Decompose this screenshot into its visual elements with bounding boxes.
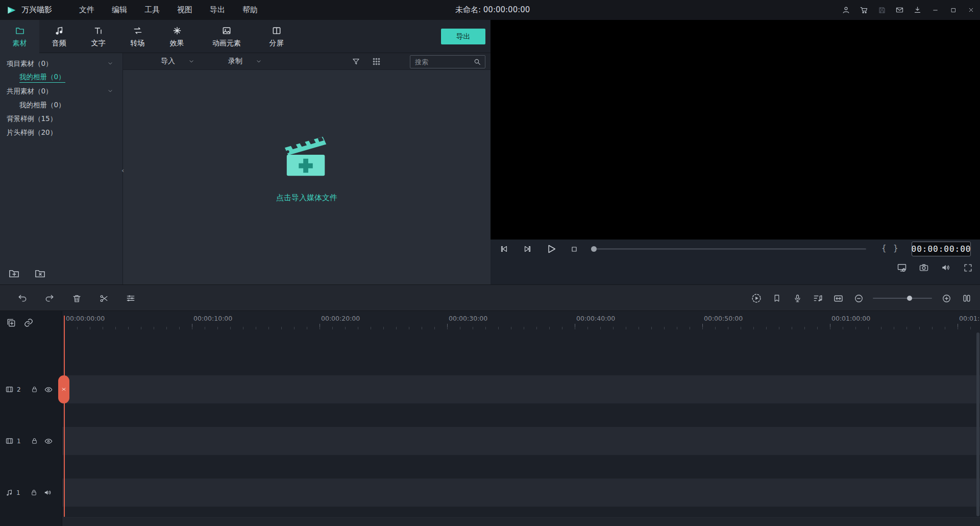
search-icon[interactable] [473,58,485,66]
mark-out-button[interactable]: } [893,244,898,253]
filter-icon[interactable] [350,55,362,67]
timeline-zoom-slider[interactable] [873,298,932,299]
speaker-icon[interactable] [43,488,52,497]
tab-media[interactable]: 素材 [0,20,39,53]
library-tree: 项目素材（0） 我的相册（0） 共用素材（0） 我的相册（0） 背景样例（15） [0,53,122,139]
link-clips-icon[interactable] [23,318,34,328]
menubar: 文件 编辑 工具 视图 导出 帮助 [70,0,266,20]
library-item-my-album-shared[interactable]: 我的相册（0） [0,98,122,112]
menu-tools[interactable]: 工具 [136,0,168,20]
clapperboard-icon [277,130,337,180]
redo-icon[interactable] [43,292,56,304]
speaker-icon[interactable] [940,261,952,274]
ruler-label: 00:01:10:00 [959,315,980,322]
eye-icon[interactable] [44,385,53,394]
zoom-out-icon[interactable] [852,292,865,304]
library-item-background-samples[interactable]: 背景样例（15） [0,112,122,126]
library-item-project-media[interactable]: 项目素材（0） [0,57,122,70]
transport-controls [498,240,580,258]
mail-icon[interactable] [891,0,909,20]
video-track-2-lane[interactable] [62,375,980,403]
tab-audio[interactable]: 音频 [39,20,79,53]
download-icon[interactable] [909,0,926,20]
maximize-button[interactable] [944,0,962,20]
tab-label: 转场 [131,39,145,48]
tab-text[interactable]: 文字 [79,20,118,53]
preview-scrubber[interactable] [592,248,866,250]
zoom-in-icon[interactable] [940,292,952,304]
ruler-label: 00:00:00:00 [66,315,105,322]
tab-split-screen[interactable]: 分屏 [257,20,296,53]
display-settings-icon[interactable] [896,261,908,274]
split-screen-icon [272,26,282,36]
fullscreen-icon[interactable] [962,261,974,274]
export-button[interactable]: 导出 [441,29,485,44]
scrubber-handle[interactable] [591,246,597,252]
record-dropdown[interactable]: 录制 [228,57,262,66]
manage-tracks-icon[interactable] [6,318,16,328]
import-dropdown[interactable]: 导入 [161,57,194,66]
delete-icon[interactable] [70,292,83,304]
menu-view[interactable]: 视图 [168,0,201,20]
ruler-label: 00:00:20:00 [321,315,360,322]
tab-label: 分屏 [270,39,284,48]
timeline-ruler[interactable]: 00:00:00:00 00:00:10:00 00:00:20:00 00:0… [62,311,980,331]
grid-view-icon[interactable] [370,55,382,67]
lock-icon[interactable] [30,489,38,496]
mixer-icon[interactable] [812,292,824,304]
horizontal-scrollbar[interactable] [62,517,980,526]
search-input[interactable] [410,58,473,66]
undo-icon[interactable] [16,292,29,304]
audio-track-1-lane[interactable] [62,479,980,507]
menu-edit[interactable]: 编辑 [103,0,136,20]
render-preview-icon[interactable] [750,292,763,304]
app-logo-icon [7,5,17,15]
video-track-icon [5,385,14,394]
menu-help[interactable]: 帮助 [234,0,266,20]
play-button[interactable] [545,243,557,255]
panel-layout-icon[interactable] [961,292,973,304]
playhead[interactable] [64,316,65,517]
library-item-intro-samples[interactable]: 片头样例（20） [0,126,122,139]
vertical-scrollbar[interactable] [976,332,979,516]
tab-elements[interactable]: 动画元素 [197,20,257,53]
tab-effects[interactable]: 效果 [157,20,197,53]
tab-transitions[interactable]: 转场 [118,20,157,53]
adjust-icon[interactable] [125,292,137,304]
snapshot-camera-icon[interactable] [918,261,930,274]
fit-timeline-icon[interactable] [832,292,844,304]
ruler-label: 00:00:40:00 [576,315,615,322]
ruler-minor-ticks [62,327,980,329]
close-button[interactable] [962,0,980,20]
next-frame-button[interactable] [521,243,533,255]
marker-icon[interactable] [771,292,783,304]
track-header-audio-1: 1 [0,479,62,507]
eye-icon[interactable] [44,437,53,446]
chevron-down-icon[interactable] [107,60,113,66]
effects-icon [172,26,182,36]
mark-in-button[interactable]: { [881,244,887,253]
video-track-1-lane[interactable] [62,427,980,455]
chevron-down-icon [256,58,262,64]
menu-export[interactable]: 导出 [201,0,234,20]
delete-folder-icon[interactable] [34,268,46,279]
voiceover-mic-icon[interactable] [791,292,803,304]
import-media-dropzone[interactable]: 点击导入媒体文件 [276,130,337,203]
zoom-slider-handle[interactable] [907,296,912,301]
playhead-handle[interactable] [58,375,69,403]
menu-file[interactable]: 文件 [70,0,103,20]
collapse-sidebar-button[interactable]: ‹ [120,163,126,177]
new-folder-icon[interactable] [8,268,20,279]
previous-frame-button[interactable] [498,243,510,255]
stop-button[interactable] [568,243,580,255]
library-item-shared-media[interactable]: 共用素材（0） [0,84,122,98]
library-item-my-album-project[interactable]: 我的相册（0） [0,70,122,84]
cart-icon[interactable] [855,0,873,20]
chevron-down-icon[interactable] [107,88,113,94]
lock-icon[interactable] [31,437,38,445]
user-icon[interactable] [837,0,855,20]
app-logo: 万兴喵影 [0,5,59,15]
minimize-button[interactable] [926,0,944,20]
lock-icon[interactable] [31,386,38,393]
split-scissors-icon[interactable] [97,292,110,304]
